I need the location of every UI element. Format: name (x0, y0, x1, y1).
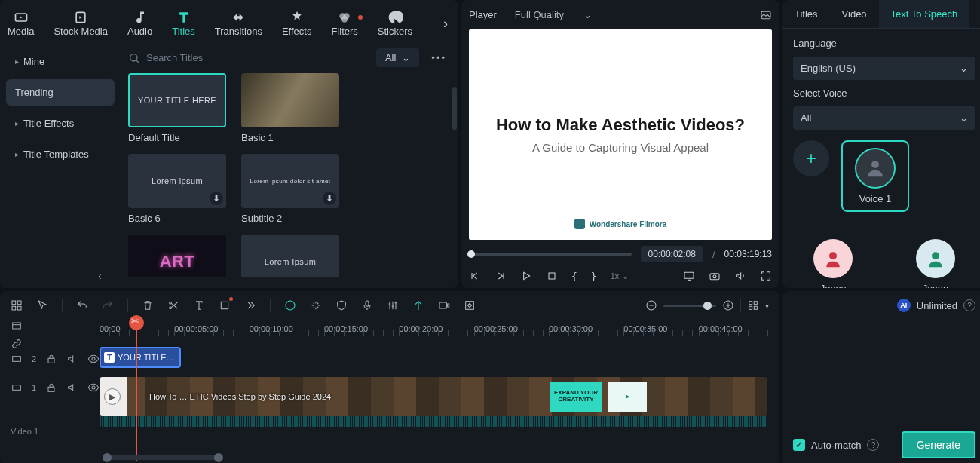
tab-media[interactable]: Media (8, 11, 34, 37)
quality-dropdown[interactable]: Full Quality⌄ (507, 6, 599, 23)
tab-stock-media[interactable]: Stock Media (54, 11, 108, 37)
keyframe-icon[interactable] (464, 299, 476, 311)
title-card-default[interactable]: YOUR TITLE HERE Default Title (128, 73, 226, 143)
title-card-basic1[interactable]: Basic 1 (241, 73, 339, 143)
help-icon[interactable]: ? (963, 299, 975, 311)
play-icon[interactable] (520, 270, 532, 282)
title-thumb: Lorem Ipsum (241, 235, 339, 277)
sidebar-item-title-templates[interactable]: ▸Title Templates (6, 141, 115, 167)
more-menu-icon[interactable]: ••• (427, 52, 451, 63)
fullscreen-icon[interactable] (760, 270, 772, 282)
layout-icon[interactable] (11, 299, 23, 311)
library-scrollbar[interactable] (452, 87, 457, 130)
display-icon[interactable] (683, 270, 695, 282)
clip-title[interactable]: T YOUR TITLE... (100, 347, 181, 368)
title-card-lorem[interactable]: Lorem Ipsum (241, 235, 339, 277)
title-card-subtitle2[interactable]: Lorem ipsum dolor sit amet⬇ Subtitle 2 (241, 154, 339, 224)
chevron-right-icon[interactable]: › (440, 13, 451, 35)
marker-icon[interactable] (412, 299, 424, 311)
pointer-icon[interactable] (36, 299, 48, 311)
track-type-icon[interactable] (11, 353, 23, 365)
download-icon[interactable]: ⬇ (210, 192, 223, 205)
chevron-down-icon: ⌄ (583, 9, 592, 20)
time-separator: / (712, 249, 715, 260)
clip-video[interactable]: ▶ How To … ETIC Videos Step by Step Guid… (100, 377, 767, 416)
grid-view-icon[interactable] (747, 299, 759, 311)
tab-audio[interactable]: Audio (127, 11, 152, 37)
voice-card-selected[interactable]: Voice 1 (841, 140, 909, 212)
tab-effects[interactable]: Effects (282, 11, 312, 37)
timeline-ruler[interactable]: 00:00 00:00:05:00 00:00:10:00 00:00:15:0… (100, 318, 773, 339)
svg-rect-22 (17, 306, 21, 310)
svg-point-6 (341, 16, 348, 22)
redo-icon[interactable] (102, 299, 114, 311)
camera-icon[interactable] (709, 270, 721, 282)
tab-insp-video[interactable]: Video (830, 0, 879, 28)
more-tools-icon[interactable] (244, 299, 256, 311)
ai-icon[interactable] (284, 299, 296, 311)
mute-icon[interactable] (66, 382, 78, 394)
tab-insp-tts[interactable]: Text To Speech (879, 0, 970, 28)
split-icon[interactable] (167, 299, 179, 311)
add-voice-button[interactable]: + (793, 140, 829, 176)
lock-icon[interactable] (45, 353, 57, 365)
tab-stickers[interactable]: Stickers (378, 11, 412, 37)
voice-item-jason[interactable]: Jason (896, 239, 975, 288)
delete-icon[interactable] (142, 299, 154, 311)
mark-in-icon[interactable]: { (571, 271, 577, 282)
collapse-sidebar-icon[interactable]: ‹ (98, 270, 102, 282)
mute-icon[interactable] (66, 353, 78, 365)
zoom-in-icon[interactable] (722, 299, 734, 311)
eye-icon[interactable] (87, 353, 100, 365)
undo-icon[interactable] (76, 299, 88, 311)
player-panel: Player Full Quality⌄ How to Make Aesthet… (461, 0, 779, 288)
title-card-art[interactable]: ART (128, 235, 226, 277)
checkbox-checked-icon: ✓ (793, 439, 805, 451)
language-dropdown[interactable]: English (US)⌄ (793, 57, 975, 80)
volume-icon[interactable] (734, 270, 746, 282)
speed-dropdown[interactable]: 1x ⌄ (611, 271, 629, 281)
timeline-scrollbar[interactable] (103, 455, 223, 460)
tab-transitions[interactable]: Transitions (215, 11, 262, 37)
mark-out-icon[interactable]: } (591, 271, 597, 282)
zoom-out-icon[interactable] (645, 299, 657, 311)
generate-button[interactable]: Generate (902, 431, 975, 458)
sidebar-item-trending[interactable]: Trending (6, 79, 115, 106)
track-type-icon[interactable] (11, 382, 23, 394)
search-input[interactable]: Search Titles (128, 52, 369, 64)
sidebar-item-title-effects[interactable]: ▸Title Effects (6, 110, 115, 136)
filter-dropdown[interactable]: All⌄ (376, 48, 419, 67)
voice-filter-dropdown[interactable]: All⌄ (793, 106, 975, 130)
voice-item-jenny[interactable]: Jenny (793, 239, 873, 288)
download-icon[interactable]: ⬇ (323, 192, 336, 205)
text-tool-icon[interactable] (193, 299, 205, 311)
zoom-slider[interactable] (663, 305, 716, 307)
lock-icon[interactable] (45, 382, 57, 394)
crop-icon[interactable] (219, 299, 231, 311)
snapshot-icon[interactable] (760, 9, 772, 21)
render-icon[interactable] (438, 299, 450, 311)
player-scrubber[interactable] (469, 253, 632, 256)
eye-icon[interactable] (87, 382, 100, 394)
language-value: English (US) (801, 63, 856, 74)
help-icon[interactable]: ? (867, 439, 879, 451)
automatch-checkbox[interactable]: ✓ Auto-match ? (793, 439, 879, 451)
tab-insp-titles[interactable]: Titles (782, 0, 830, 28)
transitions-icon (230, 11, 247, 24)
title-caption: Default Title (128, 132, 226, 143)
prev-frame-icon[interactable] (469, 270, 481, 282)
mixer-icon[interactable] (387, 299, 399, 311)
track-add-icon[interactable] (11, 320, 23, 332)
svg-rect-42 (48, 387, 54, 391)
mic-icon[interactable] (361, 299, 373, 311)
sparkle-icon[interactable] (310, 299, 322, 311)
tab-filters[interactable]: Filters (331, 11, 357, 37)
next-frame-icon[interactable] (495, 270, 507, 282)
preview-canvas[interactable]: How to Make Aesthetic Videos? A Guide to… (469, 29, 772, 240)
chevron-down-icon[interactable]: ▾ (765, 302, 769, 310)
sidebar-item-mine[interactable]: ▸Mine (6, 48, 115, 75)
title-card-basic6[interactable]: Lorem ipsum⬇ Basic 6 (128, 154, 226, 224)
shield-icon[interactable] (335, 299, 348, 311)
stop-icon[interactable] (546, 270, 558, 282)
tab-titles[interactable]: Titles (172, 11, 195, 37)
